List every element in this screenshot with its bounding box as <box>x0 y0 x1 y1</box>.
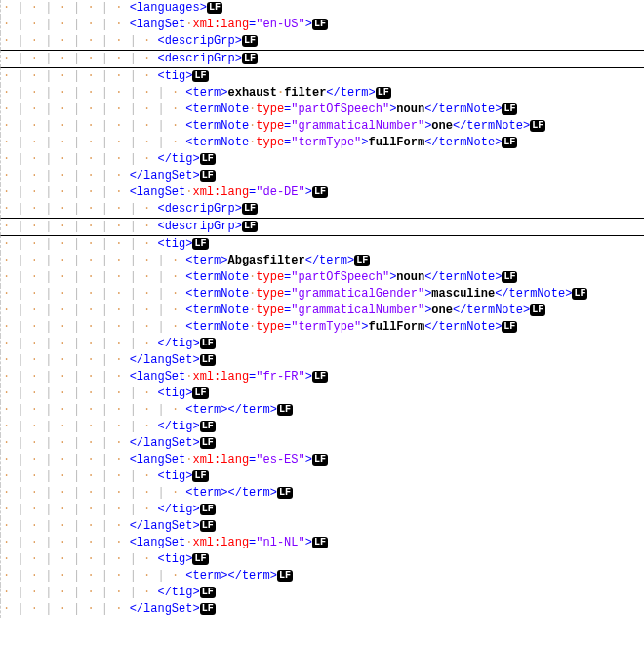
code-line[interactable]: · | · | · | · | · <langSet·xml:lang="nl-… <box>0 535 644 551</box>
whitespace-dot: · <box>87 453 101 466</box>
whitespace-dot: · <box>172 403 185 417</box>
whitespace-dot <box>137 304 143 317</box>
code-line[interactable]: · | · | · | · | · | · </tig>LF <box>0 419 644 435</box>
code-line[interactable]: · | · | · | · | · | · <tig>LF <box>0 551 644 568</box>
whitespace-dot: · <box>3 270 17 284</box>
line-ending-icon: LF <box>376 87 391 99</box>
xml-tag: </langSet> <box>130 353 200 367</box>
whitespace-dot <box>24 469 31 483</box>
indent-guide: | <box>17 519 23 533</box>
code-line[interactable]: · | · | · | · | · | · | · <termNote·type… <box>0 269 644 286</box>
code-line[interactable]: · | · | · | · | · | · | · <termNote·type… <box>0 118 644 135</box>
whitespace-dot <box>52 287 59 301</box>
whitespace-dot <box>52 370 59 384</box>
whitespace-dot <box>52 386 59 400</box>
indent-guide: | <box>101 152 108 166</box>
code-line[interactable]: · | · | · | · | · | · | · <termNote·type… <box>0 135 644 151</box>
code-line[interactable]: · | · | · | · | · <langSet·xml:lang="es-… <box>0 452 644 468</box>
code-line[interactable]: · | · | · | · | · | · </tig>LF <box>0 336 644 352</box>
whitespace-dot: · <box>143 119 157 133</box>
code-line[interactable]: · | · | · | · | · | · | · <term></term>L… <box>0 402 644 419</box>
code-line[interactable]: · | · | · | · | · </langSet>LF <box>0 168 644 184</box>
indent-guide: | <box>157 102 164 116</box>
code-line[interactable]: · | · | · | · | · | · <tig>LF <box>0 235 644 253</box>
code-line[interactable]: · | · | · | · | · | · </tig>LF <box>0 502 644 518</box>
indent-guide: | <box>130 152 137 166</box>
indent-guide: | <box>17 254 23 267</box>
xml-text-content: Abgasfilter <box>228 254 305 267</box>
line-ending-icon: LF <box>192 70 208 82</box>
code-line[interactable]: · | · | · | · | · </langSet>LF <box>0 601 644 618</box>
code-line[interactable]: · | · | · | · | · | · | · <termNote·type… <box>0 286 644 303</box>
whitespace-dot: · <box>3 536 17 549</box>
whitespace-dot <box>165 102 172 116</box>
xml-tag: </termNote> <box>424 270 502 284</box>
whitespace-dot <box>24 586 31 599</box>
indent-guide: | <box>101 169 108 183</box>
code-line[interactable]: · | · | · | · | · | · <descripGrp>LF <box>0 218 644 235</box>
whitespace-dot: · <box>143 569 157 583</box>
code-line[interactable]: · | · | · | · | · | · </tig>LF <box>0 585 644 601</box>
whitespace-dot: · <box>31 337 45 350</box>
code-line[interactable]: · | · | · | · | · </langSet>LF <box>0 518 644 535</box>
indent-guide: | <box>101 136 108 149</box>
indent-guide: | <box>101 602 108 616</box>
code-line[interactable]: · | · | · | · | · | · <tig>LF <box>0 385 644 402</box>
code-line[interactable]: · | · | · | · | · | · | · <term></term>L… <box>0 485 644 502</box>
indent-guide: | <box>130 86 137 100</box>
code-line[interactable]: · | · | · | · | · | · <descripGrp>LF <box>0 201 644 218</box>
whitespace-dot: · <box>3 185 17 199</box>
indent-guide: | <box>17 119 23 133</box>
whitespace-dot: · <box>3 254 17 267</box>
whitespace-dot: · <box>143 469 157 483</box>
whitespace-dot <box>52 536 59 549</box>
code-line[interactable]: · | · | · | · | · <langSet·xml:lang="de-… <box>0 184 644 201</box>
whitespace-dot: · <box>60 469 73 483</box>
indent-guide: | <box>17 18 23 31</box>
code-line[interactable]: · | · | · | · | · | · | · <termNote·type… <box>0 319 644 336</box>
xml-editor-view[interactable]: · | · | · | · | · <languages>LF· | · | ·… <box>0 0 644 618</box>
whitespace-dot <box>52 34 59 48</box>
indent-guide: | <box>101 69 108 83</box>
whitespace-dot: · <box>31 320 45 334</box>
whitespace-dot: · <box>115 102 129 116</box>
whitespace-dot <box>24 386 31 400</box>
code-line[interactable]: · | · | · | · | · | · | · <termNote·type… <box>0 303 644 319</box>
code-line[interactable]: · | · | · | · | · | · | · <term>Abgasfil… <box>0 253 644 269</box>
code-line[interactable]: · | · | · | · | · | · <descripGrp>LF <box>0 33 644 50</box>
indent-guide: | <box>101 34 108 48</box>
code-line[interactable]: · | · | · | · | · | · | · <term>exhaust·… <box>0 85 644 101</box>
indent-guide: | <box>101 102 108 116</box>
code-line[interactable]: · | · | · | · | · <langSet·xml:lang="fr-… <box>0 369 644 385</box>
indent-guide: | <box>130 403 137 417</box>
indent-guide: | <box>130 420 137 433</box>
code-line[interactable]: · | · | · | · | · </langSet>LF <box>0 435 644 452</box>
whitespace-dot <box>24 202 31 216</box>
indent-guide: | <box>101 86 108 100</box>
code-line[interactable]: · | · | · | · | · | · | · <termNote·type… <box>0 101 644 118</box>
indent-guide: | <box>101 469 108 483</box>
code-line[interactable]: · | · | · | · | · </langSet>LF <box>0 352 644 369</box>
whitespace-dot <box>165 254 172 267</box>
indent-guide: | <box>101 453 108 466</box>
indent-guide: | <box>101 486 108 500</box>
xml-tag: > <box>305 18 312 31</box>
indent-guide: | <box>101 287 108 301</box>
line-ending-icon: LF <box>242 203 258 215</box>
code-line[interactable]: · | · | · | · | · | · <descripGrp>LF <box>0 50 644 67</box>
indent-guide: | <box>157 320 164 334</box>
code-line[interactable]: · | · | · | · | · <langSet·xml:lang="en-… <box>0 17 644 33</box>
code-line[interactable]: · | · | · | · | · | · </tig>LF <box>0 151 644 168</box>
whitespace-dot: · <box>143 52 157 65</box>
xml-attribute-value: "termType" <box>291 320 361 334</box>
whitespace-dot: · <box>60 237 73 251</box>
code-line[interactable]: · | · | · | · | · | · <tig>LF <box>0 67 644 85</box>
code-line[interactable]: · | · | · | · | · | · | · <term></term>L… <box>0 568 644 585</box>
xml-tag: <term> <box>185 86 227 100</box>
code-line[interactable]: · | · | · | · | · | · <tig>LF <box>0 468 644 485</box>
whitespace-dot <box>137 270 143 284</box>
whitespace-dot: · <box>3 486 17 500</box>
whitespace-dot <box>24 420 31 433</box>
code-line[interactable]: · | · | · | · | · <languages>LF <box>0 0 644 17</box>
line-ending-icon: LF <box>312 454 328 466</box>
